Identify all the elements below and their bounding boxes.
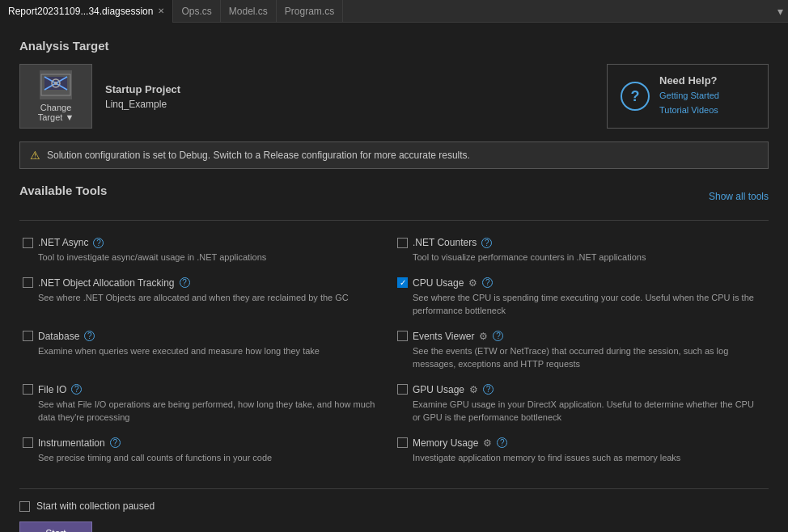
tool-header-file-io: File IO?: [23, 384, 388, 395]
start-paused-checkbox[interactable]: [19, 501, 30, 512]
tool-desc-database: Examine when queries were executed and m…: [38, 344, 388, 358]
start-button[interactable]: Start: [19, 521, 92, 532]
tool-gear-memory-usage[interactable]: ⚙: [483, 437, 492, 449]
tool-name-file-io: File IO: [38, 384, 66, 395]
tool-gear-events-viewer[interactable]: ⚙: [479, 331, 488, 342]
tool-name-instrumentation: Instrumentation: [38, 437, 105, 449]
tools-grid: .NET Async?Tool to investigate async/awa…: [19, 232, 769, 472]
getting-started-link[interactable]: Getting Started: [659, 89, 719, 103]
tool-gear-gpu-usage[interactable]: ⚙: [469, 384, 478, 395]
tool-checkbox-cpu-usage[interactable]: [397, 277, 408, 288]
tool-header-events-viewer: Events Viewer⚙?: [397, 331, 762, 342]
tool-help-memory-usage[interactable]: ?: [497, 437, 507, 448]
tab-model[interactable]: Model.cs: [221, 0, 277, 23]
tool-item-dotnet-async: .NET Async?Tool to investigate async/awa…: [19, 232, 394, 272]
help-text: Need Help? Getting Started Tutorial Vide…: [659, 74, 719, 117]
tool-desc-dotnet-async: Tool to investigate async/await usage in…: [38, 251, 388, 264]
change-target-button[interactable]: ChangeTarget ▼: [19, 64, 92, 129]
show-all-tools-link[interactable]: Show all tools: [709, 191, 769, 202]
tool-help-file-io[interactable]: ?: [71, 384, 82, 395]
start-paused-row: Start with collection paused: [19, 500, 769, 512]
tool-checkbox-database[interactable]: [23, 331, 33, 341]
tab-diag[interactable]: Report20231109...34.diagsession ✕: [0, 0, 173, 23]
tool-checkbox-gpu-usage[interactable]: [397, 384, 408, 395]
tool-header-instrumentation: Instrumentation?: [23, 437, 388, 449]
tab-scroll-button[interactable]: ▾: [773, 5, 788, 18]
tab-bar: Report20231109...34.diagsession ✕ Ops.cs…: [0, 0, 788, 23]
tool-name-cpu-usage: CPU Usage: [413, 277, 464, 289]
tool-header-cpu-usage: CPU Usage⚙?: [397, 277, 762, 289]
tool-item-file-io: File IO?See what File I/O operations are…: [19, 379, 394, 433]
tool-header-memory-usage: Memory Usage⚙?: [397, 437, 762, 449]
tool-checkbox-dotnet-object-alloc[interactable]: [23, 277, 33, 288]
tutorial-videos-link[interactable]: Tutorial Videos: [659, 103, 719, 118]
tool-help-dotnet-counters[interactable]: ?: [481, 238, 492, 248]
tool-item-database: Database?Examine when queries were execu…: [19, 326, 394, 379]
tool-header-gpu-usage: GPU Usage⚙?: [397, 384, 762, 395]
tool-name-dotnet-async: .NET Async: [38, 237, 88, 248]
tool-help-dotnet-async[interactable]: ?: [93, 238, 104, 248]
tool-desc-dotnet-counters: Tool to visualize performance counters i…: [413, 251, 762, 264]
help-icon: ?: [621, 82, 650, 111]
tool-desc-cpu-usage: See where the CPU is spending time execu…: [413, 291, 762, 318]
tool-gear-cpu-usage[interactable]: ⚙: [468, 277, 477, 289]
tool-desc-events-viewer: See the events (ETW or NetTrace) that oc…: [413, 344, 762, 371]
tool-desc-instrumentation: See precise timing and call counts of fu…: [38, 451, 388, 465]
project-name: Linq_Example: [105, 99, 607, 110]
tool-name-database: Database: [38, 331, 79, 342]
bottom-divider: [19, 488, 769, 489]
tab-diag-close[interactable]: ✕: [158, 6, 164, 15]
tool-help-database[interactable]: ?: [84, 331, 95, 341]
tool-checkbox-file-io[interactable]: [23, 384, 33, 395]
tool-item-cpu-usage: CPU Usage⚙?See where the CPU is spending…: [394, 272, 769, 326]
tab-program-label: Program.cs: [285, 6, 334, 17]
tool-item-dotnet-counters: .NET Counters?Tool to visualize performa…: [394, 232, 769, 272]
svg-point-5: [54, 82, 57, 85]
start-options: Start with collection paused Start: [19, 500, 769, 532]
tool-help-cpu-usage[interactable]: ?: [482, 277, 493, 288]
tool-checkbox-dotnet-counters[interactable]: [397, 238, 408, 248]
main-content: Analysis Target ChangeTarget ▼ Startup P…: [0, 23, 788, 532]
tool-item-instrumentation: Instrumentation?See precise timing and c…: [19, 433, 394, 473]
tab-program[interactable]: Program.cs: [277, 0, 343, 23]
tool-name-memory-usage: Memory Usage: [413, 437, 478, 449]
tool-desc-memory-usage: Investigate application memory to find i…: [413, 451, 762, 465]
tool-header-dotnet-async: .NET Async?: [23, 237, 388, 248]
tool-name-dotnet-object-alloc: .NET Object Allocation Tracking: [38, 277, 175, 289]
warning-bar: ⚠ Solution configuration is set to Debug…: [19, 141, 769, 169]
tool-checkbox-instrumentation[interactable]: [23, 437, 33, 448]
tool-help-instrumentation[interactable]: ?: [110, 437, 121, 448]
tool-item-gpu-usage: GPU Usage⚙?Examine GPU usage in your Dir…: [394, 379, 769, 433]
target-icon: [40, 70, 72, 99]
tab-ops[interactable]: Ops.cs: [173, 0, 220, 23]
help-title: Need Help?: [659, 74, 719, 87]
tool-header-database: Database?: [23, 331, 388, 342]
tool-desc-dotnet-object-alloc: See where .NET Objects are allocated and…: [38, 291, 388, 305]
tool-checkbox-dotnet-async[interactable]: [23, 238, 33, 248]
tool-header-dotnet-object-alloc: .NET Object Allocation Tracking?: [23, 277, 388, 289]
tools-divider: [19, 220, 769, 221]
target-row: ChangeTarget ▼ Startup Project Linq_Exam…: [19, 64, 769, 129]
startup-project-label: Startup Project: [105, 83, 607, 95]
tool-checkbox-events-viewer[interactable]: [397, 331, 408, 341]
change-target-arrow: ▼: [65, 112, 74, 122]
tool-item-dotnet-object-alloc: .NET Object Allocation Tracking?See wher…: [19, 272, 394, 326]
tool-help-dotnet-object-alloc[interactable]: ?: [180, 277, 190, 288]
tool-help-gpu-usage[interactable]: ?: [483, 384, 494, 395]
tool-help-events-viewer[interactable]: ?: [493, 331, 503, 341]
start-paused-label: Start with collection paused: [36, 500, 155, 512]
tool-name-dotnet-counters: .NET Counters: [413, 237, 477, 248]
tool-desc-gpu-usage: Examine GPU usage in your DirectX applic…: [413, 398, 762, 424]
tool-desc-file-io: See what File I/O operations are being p…: [38, 398, 388, 424]
startup-info: Startup Project Linq_Example: [105, 83, 607, 110]
tool-checkbox-memory-usage[interactable]: [397, 437, 408, 448]
warning-text: Solution configuration is set to Debug. …: [47, 150, 470, 161]
tool-item-memory-usage: Memory Usage⚙?Investigate application me…: [394, 433, 769, 473]
tools-header: Available Tools Show all tools: [19, 184, 769, 209]
tool-name-gpu-usage: GPU Usage: [413, 384, 464, 395]
help-box: ? Need Help? Getting Started Tutorial Vi…: [607, 64, 769, 128]
tab-model-label: Model.cs: [229, 6, 268, 17]
tab-ops-label: Ops.cs: [181, 6, 211, 17]
tool-header-dotnet-counters: .NET Counters?: [397, 237, 762, 248]
analysis-target-title: Analysis Target: [19, 39, 769, 53]
